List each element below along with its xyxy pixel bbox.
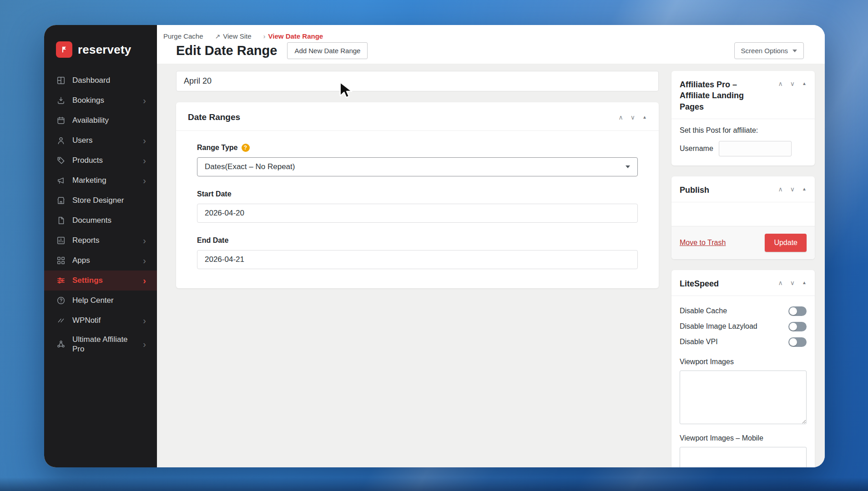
view-date-range-link[interactable]: View Date Range <box>263 32 323 40</box>
products-icon <box>57 156 65 165</box>
litespeed-panel-header: LiteSpeed <box>671 270 815 296</box>
sidebar: reservety Dashboard Bookings Av <box>44 25 157 467</box>
apps-icon <box>57 256 65 265</box>
add-new-date-range-button[interactable]: Add New Date Range <box>287 42 368 59</box>
affiliate-network-icon <box>57 340 65 348</box>
move-down-icon[interactable] <box>790 80 795 87</box>
disable-vpi-toggle[interactable] <box>788 337 807 347</box>
sidebar-item-dashboard[interactable]: Dashboard <box>44 70 157 90</box>
disable-cache-toggle[interactable] <box>788 306 807 316</box>
end-date-label: End Date <box>197 236 228 245</box>
external-link-icon <box>215 32 221 40</box>
collapse-panel-icon[interactable] <box>802 187 807 191</box>
chevron-separator-icon <box>263 32 266 40</box>
post-title-input[interactable] <box>176 71 659 91</box>
availability-icon <box>57 116 65 125</box>
date-ranges-panel-body: Range Type Dates(Exact – No Repeat) Star… <box>176 131 659 288</box>
date-ranges-panel: Date Ranges Range Type <box>176 102 659 288</box>
sidebar-item-label: WPNotif <box>72 316 101 325</box>
page-title-row: Edit Date Range Add New Date Range Scree… <box>163 42 804 59</box>
sidebar-item-label: Reports <box>72 235 100 245</box>
move-to-trash-link[interactable]: Move to Trash <box>680 239 726 247</box>
disable-vpi-label: Disable VPI <box>680 338 718 346</box>
collapse-panel-icon[interactable] <box>642 115 647 120</box>
sidebar-item-users[interactable]: Users <box>44 130 157 150</box>
bookings-icon <box>57 96 65 105</box>
disable-image-lazyload-row: Disable Image Lazyload <box>680 319 807 334</box>
wpnotif-icon <box>57 316 65 325</box>
sidebar-item-label: Settings <box>72 276 103 285</box>
sidebar-item-availability[interactable]: Availability <box>44 110 157 130</box>
sidebar-item-documents[interactable]: Documents <box>44 210 157 230</box>
select-caret-icon <box>626 165 630 168</box>
purge-cache-link[interactable]: Purge Cache <box>163 32 203 40</box>
affiliates-pro-panel-body: Set this Post for affiliate: Username <box>671 119 815 165</box>
litespeed-panel-body: Disable Cache Disable Image Lazyload Dis… <box>671 296 815 467</box>
sidebar-item-store-designer[interactable]: Store Designer <box>44 190 157 210</box>
range-type-field: Range Type Dates(Exact – No Repeat) <box>197 144 638 176</box>
publish-panel-header: Publish <box>671 176 815 202</box>
username-input[interactable] <box>719 141 792 156</box>
end-date-input[interactable] <box>197 250 638 269</box>
reservety-logo[interactable]: reservety <box>44 25 157 65</box>
disable-image-lazyload-toggle[interactable] <box>788 322 807 331</box>
toggle-knob <box>789 307 797 315</box>
sidebar-item-apps[interactable]: Apps <box>44 251 157 271</box>
sidebar-item-ultimate-affiliate-pro[interactable]: Ultimate Affiliate Pro <box>44 331 157 358</box>
purge-cache-label: Purge Cache <box>163 32 203 40</box>
documents-icon <box>57 216 65 225</box>
chevron-right-icon <box>143 276 146 285</box>
affiliate-intro-text: Set this Post for affiliate: <box>680 126 807 135</box>
date-ranges-panel-title: Date Ranges <box>188 112 240 122</box>
username-row: Username <box>680 141 807 156</box>
disable-cache-label: Disable Cache <box>680 307 727 315</box>
screen-options-button[interactable]: Screen Options <box>734 42 804 59</box>
litespeed-panel-title: LiteSpeed <box>680 278 719 289</box>
sidebar-item-label: Dashboard <box>72 75 110 85</box>
sidebar-item-marketing[interactable]: Marketing <box>44 170 157 190</box>
move-down-icon[interactable] <box>790 186 795 192</box>
chevron-right-icon <box>143 176 146 185</box>
sidebar-item-label: Help Center <box>72 296 114 305</box>
sidebar-item-settings[interactable]: Settings <box>44 271 157 291</box>
help-icon[interactable] <box>242 144 250 152</box>
viewport-images-textarea[interactable] <box>680 371 807 424</box>
sidebar-item-wpnotif[interactable]: WPNotif <box>44 311 157 331</box>
start-date-label: Start Date <box>197 190 232 198</box>
update-button[interactable]: Update <box>765 234 807 252</box>
toggle-knob <box>789 323 797 331</box>
move-down-icon[interactable] <box>631 114 635 120</box>
main-area: Purge Cache View Site View Date Range Ed… <box>157 25 825 467</box>
viewport-images-mobile-label: Viewport Images – Mobile <box>680 434 807 442</box>
sidebar-nav: Dashboard Bookings Availability Use <box>44 70 157 358</box>
marketing-icon <box>57 176 65 185</box>
publish-panel: Publish Move to Trash Update <box>671 176 815 259</box>
viewport-images-label: Viewport Images <box>680 358 807 366</box>
chevron-right-icon <box>143 340 146 349</box>
sidebar-item-bookings[interactable]: Bookings <box>44 90 157 110</box>
move-up-icon[interactable] <box>778 186 783 192</box>
move-down-icon[interactable] <box>790 280 795 286</box>
move-up-icon[interactable] <box>778 80 783 87</box>
admin-topbar: Purge Cache View Site View Date Range Ed… <box>157 25 825 64</box>
range-type-select[interactable]: Dates(Exact – No Repeat) <box>197 157 638 176</box>
viewport-images-mobile-textarea[interactable] <box>680 447 807 467</box>
disable-vpi-row: Disable VPI <box>680 334 807 350</box>
start-date-input[interactable] <box>197 204 638 223</box>
publish-panel-title: Publish <box>680 185 709 195</box>
help-circle-icon <box>57 296 65 305</box>
sidebar-item-reports[interactable]: Reports <box>44 230 157 251</box>
collapse-panel-icon[interactable] <box>802 81 807 86</box>
screen-options-label: Screen Options <box>741 47 788 55</box>
sidebar-item-label: Apps <box>72 256 90 265</box>
sidebar-item-label: Documents <box>72 215 111 225</box>
sidebar-item-products[interactable]: Products <box>44 150 157 170</box>
affiliates-pro-panel: Affiliates Pro – Affiliate Landing Pages… <box>671 71 815 165</box>
app-window: reservety Dashboard Bookings Av <box>44 25 825 467</box>
move-up-icon[interactable] <box>619 114 623 120</box>
dashboard-icon <box>57 76 65 85</box>
sidebar-item-help-center[interactable]: Help Center <box>44 291 157 311</box>
collapse-panel-icon[interactable] <box>802 281 807 285</box>
view-site-link[interactable]: View Site <box>215 32 252 40</box>
move-up-icon[interactable] <box>778 280 783 286</box>
